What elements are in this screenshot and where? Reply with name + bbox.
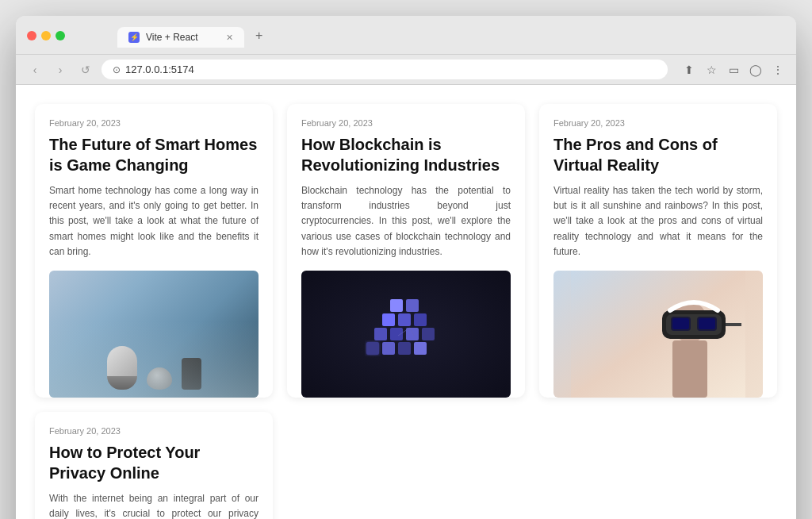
card-excerpt-2: Virtual reality has taken the tech world… (553, 183, 763, 260)
svg-rect-0 (366, 342, 379, 355)
tab-title: Vite + React (146, 32, 197, 43)
cards-grid: February 20, 2023 The Future of Smart Ho… (35, 104, 777, 398)
card-date-0: February 20, 2023 (49, 118, 259, 128)
vr-image (553, 271, 763, 398)
menu-button[interactable]: ⋮ (769, 61, 787, 79)
svg-rect-3 (414, 342, 427, 355)
page-content: February 20, 2023 The Future of Smart Ho… (16, 85, 796, 519)
svg-rect-7 (422, 328, 435, 340)
card-excerpt-3: With the internet being an integral part… (49, 491, 259, 519)
card-title-3: How to Protect Your Privacy Online (49, 442, 259, 483)
blockchain-visualization (354, 283, 458, 386)
url-display: 127.0.0.1:5174 (125, 63, 194, 75)
card-title-0: The Future of Smart Homes is Game Changi… (49, 134, 259, 175)
card-date-1: February 20, 2023 (301, 118, 511, 128)
svg-rect-10 (414, 313, 427, 326)
smart-speaker-device (182, 358, 201, 390)
browser-titlebar: Vite + React ✕ + (16, 16, 796, 55)
forward-button[interactable]: › (51, 60, 70, 79)
maximize-button[interactable] (56, 31, 65, 40)
card-image-vr (553, 271, 763, 398)
svg-rect-8 (382, 313, 395, 326)
google-home-device (107, 346, 137, 390)
card-image-blockchain (301, 271, 511, 398)
bookmark-button[interactable]: ☆ (703, 61, 720, 79)
card-smart-homes[interactable]: February 20, 2023 The Future of Smart Ho… (35, 104, 273, 398)
bottom-cards-row: February 20, 2023 How to Protect Your Pr… (35, 412, 777, 519)
back-button[interactable]: ‹ (25, 60, 44, 79)
svg-rect-23 (699, 318, 715, 329)
svg-rect-22 (672, 318, 689, 329)
browser-window: Vite + React ✕ + ‹ › ↺ ⊙ 127.0.0.1:5174 … (16, 16, 796, 519)
svg-rect-9 (398, 313, 411, 326)
card-title-2: The Pros and Cons of Virtual Reality (553, 134, 763, 175)
tab-bar: Vite + React ✕ + (117, 24, 270, 48)
svg-rect-11 (390, 299, 403, 312)
active-tab[interactable]: Vite + React ✕ (117, 27, 244, 48)
card-excerpt-1: Blockchain technology has the potential … (301, 183, 511, 260)
lock-icon: ⊙ (113, 64, 121, 75)
new-tab-button[interactable]: + (247, 24, 270, 48)
card-title-1: How Blockchain is Revolutionizing Indust… (301, 134, 511, 175)
card-excerpt-0: Smart home technology has come a long wa… (49, 183, 259, 260)
card-vr[interactable]: February 20, 2023 The Pros and Cons of V… (539, 104, 777, 398)
browser-actions: ⬆ ☆ ▭ ◯ ⋮ (680, 61, 787, 79)
tab-favicon (128, 32, 140, 43)
svg-rect-6 (406, 328, 419, 340)
minimize-button[interactable] (41, 31, 51, 40)
blockchain-image (301, 271, 511, 398)
card-image-smart-homes (49, 271, 259, 398)
share-button[interactable]: ⬆ (680, 61, 698, 79)
svg-rect-2 (398, 342, 411, 355)
profile-button[interactable]: ◯ (747, 61, 764, 79)
reading-view-button[interactable]: ▭ (725, 61, 742, 79)
close-button[interactable] (27, 31, 36, 40)
reload-button[interactable]: ↺ (76, 60, 95, 79)
smart-home-image (49, 271, 259, 398)
address-bar-row: ‹ › ↺ ⊙ 127.0.0.1:5174 ⬆ ☆ ▭ ◯ ⋮ (16, 55, 796, 85)
card-blockchain[interactable]: February 20, 2023 How Blockchain is Revo… (287, 104, 525, 398)
address-field[interactable]: ⊙ 127.0.0.1:5174 (102, 60, 668, 79)
browser-controls: Vite + React ✕ + (27, 24, 785, 48)
svg-rect-1 (382, 342, 395, 355)
svg-rect-12 (406, 299, 419, 312)
smart-home-devices (107, 271, 201, 398)
card-privacy[interactable]: February 20, 2023 How to Protect Your Pr… (35, 412, 273, 519)
card-date-3: February 20, 2023 (49, 426, 259, 436)
vr-visualization (571, 271, 745, 398)
svg-rect-17 (672, 340, 707, 398)
tab-close-button[interactable]: ✕ (226, 33, 233, 43)
svg-rect-4 (374, 328, 387, 340)
nest-mini-device (147, 367, 172, 390)
card-date-2: February 20, 2023 (553, 118, 763, 128)
